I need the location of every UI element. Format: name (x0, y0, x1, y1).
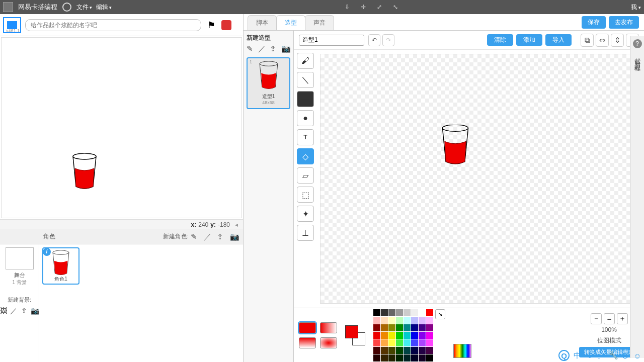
undo-button[interactable]: ↶ (368, 34, 380, 46)
tray-qq-icon[interactable]: Q (558, 350, 570, 361)
palette-swatch[interactable] (411, 339, 418, 346)
palette-swatch[interactable] (419, 354, 426, 361)
palette-swatch[interactable] (411, 317, 418, 324)
palette-swatch[interactable] (381, 347, 388, 354)
color-palette[interactable] (373, 309, 433, 361)
tab-scripts[interactable]: 脚本 (248, 15, 277, 30)
palette-swatch[interactable] (373, 324, 380, 331)
palette-swatch[interactable] (396, 354, 403, 361)
palette-swatch[interactable] (381, 324, 388, 331)
costume-upload-icon[interactable]: ⇪ (270, 44, 278, 53)
publish-button[interactable]: 去发布 (609, 16, 639, 29)
rect-tool[interactable]: ▬ (297, 91, 314, 107)
palette-swatch[interactable] (404, 324, 411, 331)
zoom-reset-button[interactable]: ＝ (604, 313, 615, 324)
tab-costumes[interactable]: 造型 (276, 15, 305, 30)
color-picker-icon[interactable] (453, 344, 471, 358)
expand-icon[interactable]: ⤢ (375, 3, 384, 12)
palette-swatch[interactable] (426, 354, 433, 361)
green-flag-icon[interactable]: ⚑ (205, 19, 217, 31)
fill-grad-vert[interactable] (299, 337, 316, 348)
palette-swatch[interactable] (373, 309, 380, 316)
eyedropper-icon[interactable]: ↘ (435, 309, 445, 319)
collapse-icon[interactable]: ◂ (235, 221, 238, 228)
zoom-in-button[interactable]: ＋ (617, 313, 628, 324)
palette-swatch[interactable] (388, 317, 395, 324)
stamp-icon[interactable]: ⇩ (343, 3, 352, 12)
palette-swatch[interactable] (373, 347, 380, 354)
add-button[interactable]: 添加 (516, 34, 542, 46)
palette-swatch[interactable] (426, 317, 433, 324)
tray-ime-icon[interactable]: 中 (573, 351, 582, 360)
palette-swatch[interactable] (373, 354, 380, 361)
costume-library-icon[interactable]: ✎ (247, 44, 255, 53)
palette-swatch[interactable] (404, 347, 411, 354)
palette-swatch[interactable] (426, 332, 433, 339)
tray-smile-icon[interactable]: ☺ (633, 351, 642, 360)
line-tool[interactable]: ＼ (297, 72, 314, 88)
palette-swatch[interactable] (396, 332, 403, 339)
menu-file[interactable]: 文件 (76, 3, 92, 12)
text-tool[interactable]: T (297, 129, 314, 145)
palette-swatch[interactable] (419, 332, 426, 339)
fill-tool[interactable]: ◇ (297, 148, 314, 164)
palette-swatch[interactable] (411, 347, 418, 354)
wand-tool[interactable]: ✦ (297, 206, 314, 222)
costume-thumbnail[interactable]: 1 造型1 48x68 (247, 57, 290, 109)
flip-h-icon[interactable]: ⇔ (596, 34, 609, 47)
fg-color-swatch[interactable] (345, 325, 358, 338)
palette-swatch[interactable] (381, 339, 388, 346)
palette-swatch[interactable] (388, 339, 395, 346)
save-button[interactable]: 保存 (582, 16, 606, 29)
palette-swatch[interactable] (373, 317, 380, 324)
ellipse-tool[interactable]: ● (297, 110, 314, 126)
palette-swatch[interactable] (411, 332, 418, 339)
select-tool[interactable]: ⬚ (297, 187, 314, 203)
fill-grad-horiz[interactable] (320, 322, 337, 333)
sprite-upload-icon[interactable]: ⇪ (217, 232, 226, 241)
tab-sounds[interactable]: 声音 (305, 15, 334, 30)
palette-swatch[interactable] (396, 347, 403, 354)
costume-paint-icon[interactable]: ／ (258, 44, 267, 53)
costume-name-input[interactable] (299, 35, 364, 46)
sprite-info-icon[interactable]: i (43, 248, 51, 256)
crop-icon[interactable]: ⧉ (581, 34, 594, 47)
help-sidebar[interactable]: ? 帮助与教程 (630, 36, 644, 358)
bg-paint-icon[interactable]: ／ (10, 307, 17, 315)
bg-upload-icon[interactable]: ⇪ (21, 307, 28, 315)
stamp-tool[interactable]: ⊥ (297, 225, 314, 241)
flip-v-icon[interactable]: ⇕ (611, 34, 624, 47)
stage-canvas[interactable] (1, 37, 242, 218)
palette-swatch[interactable] (388, 347, 395, 354)
palette-swatch[interactable] (388, 309, 395, 316)
sprite-item[interactable]: i 角色1 (42, 247, 79, 285)
current-colors[interactable] (345, 325, 365, 345)
tray-moon-icon[interactable]: ☽ (585, 351, 594, 360)
sprite-library-icon[interactable]: ✎ (191, 232, 200, 241)
palette-swatch[interactable] (419, 309, 426, 316)
tray-wrench-icon[interactable]: 🔧 (609, 351, 618, 360)
palette-swatch[interactable] (419, 347, 426, 354)
redo-button[interactable]: ↷ (382, 34, 394, 46)
bg-camera-icon[interactable]: 📷 (31, 307, 39, 315)
stop-button[interactable] (221, 20, 231, 30)
import-button[interactable]: 导入 (545, 34, 572, 46)
clear-button[interactable]: 清除 (487, 34, 513, 46)
palette-swatch[interactable] (404, 354, 411, 361)
palette-swatch[interactable] (373, 332, 380, 339)
palette-swatch[interactable] (381, 309, 388, 316)
palette-swatch[interactable] (396, 309, 403, 316)
eraser-tool[interactable]: ▱ (297, 167, 314, 184)
palette-swatch[interactable] (419, 317, 426, 324)
palette-swatch[interactable] (426, 324, 433, 331)
sprite-paint-icon[interactable]: ／ (204, 232, 213, 241)
costume-camera-icon[interactable]: 📷 (281, 44, 290, 53)
palette-swatch[interactable] (381, 317, 388, 324)
language-icon[interactable] (62, 3, 71, 12)
palette-swatch[interactable] (404, 317, 411, 324)
palette-swatch[interactable] (396, 339, 403, 346)
tray-shield-icon[interactable]: ⛨ (621, 351, 630, 360)
palette-swatch[interactable] (426, 309, 433, 316)
menu-edit[interactable]: 编辑 (96, 3, 112, 12)
palette-swatch[interactable] (396, 324, 403, 331)
